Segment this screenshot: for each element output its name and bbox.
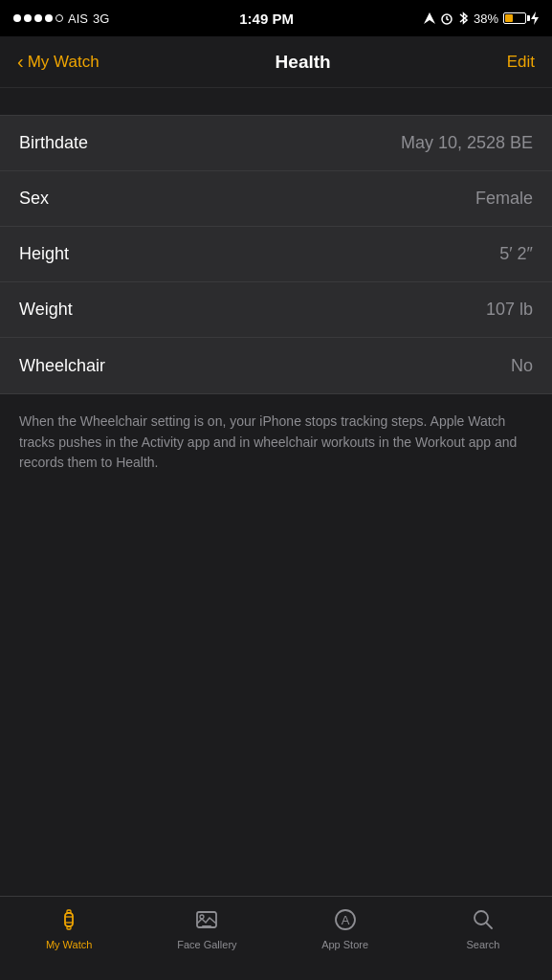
tab-bar: My Watch Face Gallery A App Store — [0, 896, 552, 980]
sex-row[interactable]: Sex Female — [0, 171, 552, 227]
battery-percent: 38% — [474, 11, 498, 26]
app-store-icon: A — [330, 904, 361, 935]
birthdate-label: Birthdate — [19, 133, 88, 153]
status-left: AIS 3G — [13, 11, 109, 26]
carrier-label: AIS — [68, 11, 88, 26]
back-chevron-icon: ‹ — [17, 51, 24, 73]
tab-app-store[interactable]: A App Store — [276, 904, 414, 950]
height-value: 5′ 2″ — [499, 244, 533, 264]
weight-row[interactable]: Weight 107 lb — [0, 282, 552, 338]
birthdate-value: May 10, 2528 BE — [401, 133, 533, 153]
tab-my-watch[interactable]: My Watch — [0, 904, 138, 950]
page-title: Health — [276, 52, 331, 73]
charging-icon — [531, 11, 539, 25]
height-label: Height — [19, 244, 69, 264]
tab-face-gallery-label: Face Gallery — [177, 939, 236, 950]
wheelchair-description: When the Wheelchair setting is on, your … — [0, 394, 552, 485]
alarm-icon — [440, 11, 453, 25]
svg-rect-5 — [65, 913, 73, 926]
svg-point-11 — [200, 915, 204, 919]
tab-search[interactable]: Search — [414, 904, 552, 950]
time-label: 1:49 PM — [239, 11, 294, 27]
wheelchair-value: No — [511, 356, 533, 376]
birthdate-row[interactable]: Birthdate May 10, 2528 BE — [0, 116, 552, 171]
wheelchair-description-text: When the Wheelchair setting is on, your … — [19, 412, 533, 474]
svg-line-16 — [486, 923, 492, 928]
face-gallery-icon — [191, 904, 222, 935]
wheelchair-label: Wheelchair — [19, 356, 105, 376]
bluetooth-icon — [458, 11, 469, 25]
status-right: 38% — [424, 11, 539, 26]
top-spacer — [0, 88, 552, 115]
back-label: My Watch — [28, 53, 99, 72]
weight-label: Weight — [19, 300, 73, 320]
back-button[interactable]: ‹ My Watch — [17, 52, 99, 73]
weight-value: 107 lb — [486, 300, 533, 320]
tab-my-watch-label: My Watch — [46, 939, 93, 950]
watch-icon — [54, 904, 84, 935]
svg-rect-12 — [202, 925, 211, 927]
sex-label: Sex — [19, 189, 49, 209]
content-area: Birthdate May 10, 2528 BE Sex Female Hei… — [0, 88, 552, 485]
status-bar: AIS 3G 1:49 PM 38% — [0, 0, 552, 36]
health-settings-group: Birthdate May 10, 2528 BE Sex Female Hei… — [0, 115, 552, 394]
battery-icon — [503, 12, 526, 24]
location-icon — [424, 12, 435, 24]
wheelchair-row[interactable]: Wheelchair No — [0, 338, 552, 393]
sex-value: Female — [475, 189, 533, 209]
network-label: 3G — [93, 11, 109, 26]
tab-face-gallery[interactable]: Face Gallery — [138, 904, 276, 950]
height-row[interactable]: Height 5′ 2″ — [0, 227, 552, 282]
tab-app-store-label: App Store — [321, 939, 368, 950]
svg-rect-9 — [67, 926, 71, 929]
signal-dots — [13, 14, 63, 22]
svg-text:A: A — [341, 913, 349, 927]
nav-bar: ‹ My Watch Health Edit — [0, 36, 552, 88]
search-icon — [468, 904, 498, 935]
svg-rect-8 — [67, 910, 71, 913]
svg-marker-4 — [531, 11, 539, 25]
edit-button[interactable]: Edit — [507, 53, 535, 72]
tab-search-label: Search — [466, 939, 499, 950]
svg-marker-0 — [424, 12, 435, 24]
